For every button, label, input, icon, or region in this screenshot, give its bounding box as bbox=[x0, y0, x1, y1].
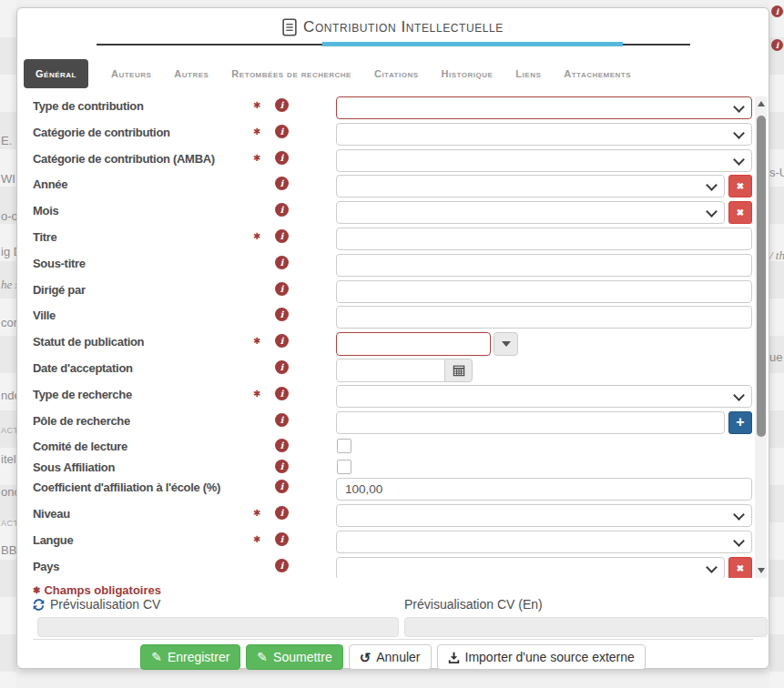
info-icon[interactable]: i bbox=[275, 480, 289, 493]
select-field[interactable] bbox=[336, 175, 725, 197]
background-left-strip bbox=[0, 0, 16, 688]
background-text-fragment: s-U bbox=[769, 167, 784, 179]
info-icon[interactable]: i bbox=[275, 559, 289, 572]
info-icon: i bbox=[771, 5, 783, 17]
chevron-down-icon bbox=[733, 154, 745, 166]
select-field[interactable] bbox=[336, 96, 752, 119]
info-icon[interactable]: i bbox=[275, 177, 289, 190]
tab-liens[interactable]: Liens bbox=[515, 68, 541, 79]
text-field[interactable] bbox=[336, 478, 752, 501]
info-icon[interactable]: i bbox=[275, 151, 289, 165]
chevron-down-icon bbox=[733, 509, 745, 521]
form-row: Type de contribution✱i bbox=[33, 96, 767, 123]
field-label: Titre bbox=[33, 230, 56, 244]
combo-input[interactable] bbox=[336, 332, 491, 356]
chevron-down-icon bbox=[733, 101, 745, 113]
select-field[interactable] bbox=[336, 504, 752, 527]
info-icon[interactable]: i bbox=[275, 439, 289, 452]
field-label: Dirigé par bbox=[33, 283, 86, 297]
field-label: Pays bbox=[33, 560, 59, 573]
text-field[interactable] bbox=[336, 280, 752, 303]
select-field[interactable] bbox=[336, 201, 725, 224]
scroll-down-arrow[interactable] bbox=[758, 568, 765, 573]
preview-cv-box bbox=[37, 617, 399, 637]
select-field[interactable] bbox=[336, 149, 752, 172]
info-icon[interactable]: i bbox=[275, 360, 289, 374]
form-row: Catégorie de contribution (AMBA)✱i bbox=[33, 149, 767, 176]
form-row: Dirigé pari bbox=[33, 280, 767, 307]
field-control bbox=[336, 96, 752, 120]
form-row: Catégorie de contribution✱i bbox=[33, 123, 767, 149]
refresh-icon[interactable] bbox=[33, 599, 45, 611]
form-row: Villei bbox=[33, 306, 767, 332]
tab-auteurs[interactable]: Auteurs bbox=[111, 68, 151, 79]
text-field[interactable] bbox=[336, 254, 752, 277]
tab-bar: GénéralAuteursAutresRetombées de recherc… bbox=[24, 57, 759, 90]
chevron-down-icon bbox=[733, 535, 745, 547]
annuler-button[interactable]: ↺Annuler bbox=[349, 644, 432, 670]
required-asterisk-icon: ✱ bbox=[253, 153, 260, 163]
field-control bbox=[336, 280, 752, 304]
wizard-progress-line bbox=[97, 42, 690, 46]
add-button[interactable]: + bbox=[728, 411, 752, 434]
info-icon[interactable]: i bbox=[275, 413, 289, 427]
info-icon[interactable]: i bbox=[275, 98, 289, 112]
importer-d-une-source-externe-button[interactable]: Importer d'une source externe bbox=[437, 644, 646, 670]
checkbox[interactable] bbox=[337, 460, 351, 474]
info-icon[interactable]: i bbox=[275, 229, 289, 243]
caret-down-icon bbox=[502, 341, 511, 347]
date-input[interactable] bbox=[336, 359, 445, 382]
info-icon[interactable]: i bbox=[275, 308, 289, 321]
form-row: Comité de lecturei bbox=[33, 437, 767, 457]
dropdown-button[interactable] bbox=[494, 332, 518, 356]
scroll-thumb[interactable] bbox=[757, 116, 766, 437]
text-field[interactable] bbox=[336, 411, 725, 434]
tab-retomb-es-de-recherche[interactable]: Retombées de recherche bbox=[231, 68, 351, 79]
tab-citations[interactable]: Citations bbox=[374, 68, 419, 79]
info-icon[interactable]: i bbox=[275, 460, 289, 473]
clear-button[interactable]: ✖ bbox=[728, 175, 752, 197]
info-icon[interactable]: i bbox=[275, 532, 289, 546]
calendar-button[interactable] bbox=[444, 359, 473, 382]
checkbox[interactable] bbox=[337, 439, 351, 453]
info-icon[interactable]: i bbox=[275, 334, 289, 348]
text-field[interactable] bbox=[336, 306, 752, 329]
select-field[interactable] bbox=[336, 557, 725, 578]
info-icon[interactable]: i bbox=[275, 282, 289, 296]
form-row: Type de recherche✱i bbox=[33, 385, 767, 411]
field-label: Date d'acceptation bbox=[33, 361, 133, 375]
field-label: Statut de publication bbox=[33, 335, 144, 349]
field-control bbox=[336, 254, 752, 278]
select-field[interactable] bbox=[336, 531, 752, 553]
scrollbar[interactable] bbox=[755, 96, 767, 578]
field-label: Coefficient d'affiliation à l'école (%) bbox=[33, 481, 220, 494]
tab-autres[interactable]: Autres bbox=[174, 68, 209, 79]
enregistrer-button[interactable]: ✎Enregistrer bbox=[140, 644, 240, 670]
undo-icon: ↺ bbox=[360, 651, 372, 664]
select-field[interactable] bbox=[336, 123, 752, 146]
form-row: Sous Affiliationi bbox=[33, 458, 767, 478]
field-label: Type de contribution bbox=[33, 99, 144, 113]
contribution-modal: Contribution Intellectuelle GénéralAuteu… bbox=[16, 7, 769, 669]
info-icon[interactable]: i bbox=[275, 203, 289, 217]
info-icon[interactable]: i bbox=[275, 506, 289, 520]
chevron-down-icon bbox=[733, 390, 745, 401]
info-icon[interactable]: i bbox=[275, 256, 289, 269]
tab-g-n-ral[interactable]: Général bbox=[24, 59, 88, 88]
select-field[interactable] bbox=[336, 385, 752, 408]
text-field[interactable] bbox=[336, 228, 752, 250]
clear-button[interactable]: ✖ bbox=[728, 201, 752, 224]
scroll-up-arrow[interactable] bbox=[758, 101, 765, 106]
tab-historique[interactable]: Historique bbox=[442, 68, 494, 79]
soumettre-button[interactable]: ✎Soumettre bbox=[246, 644, 342, 670]
field-control bbox=[336, 359, 752, 382]
form-row: Annéei✖ bbox=[33, 175, 767, 201]
info-icon[interactable]: i bbox=[275, 125, 289, 138]
field-control bbox=[336, 149, 752, 173]
tab-attachements[interactable]: Attachements bbox=[564, 68, 631, 79]
field-control bbox=[336, 123, 752, 147]
field-label: Sous Affiliation bbox=[33, 460, 115, 474]
clear-button[interactable]: ✖ bbox=[728, 557, 752, 578]
info-icon[interactable]: i bbox=[275, 387, 289, 400]
field-control: ✖ bbox=[336, 175, 752, 198]
